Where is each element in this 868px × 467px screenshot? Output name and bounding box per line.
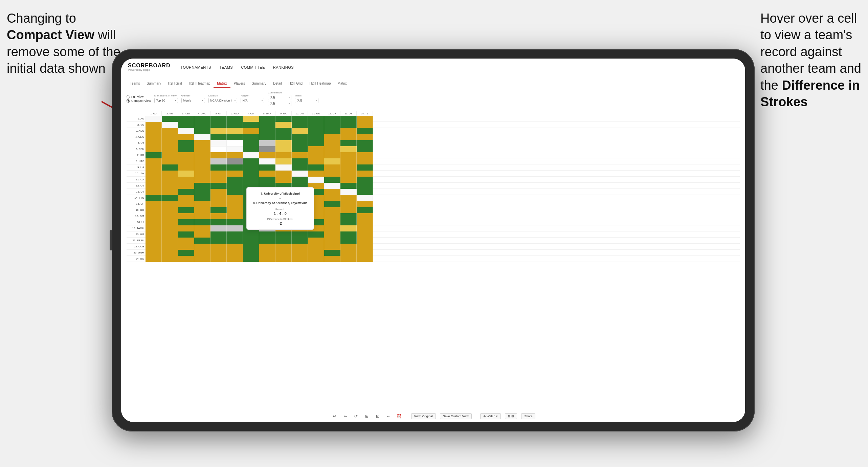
matrix-cell[interactable] [292,146,308,152]
matrix-cell[interactable] [340,207,357,213]
matrix-cell[interactable] [194,219,210,225]
matrix-cell[interactable] [292,231,308,238]
grid-icon-1[interactable]: ⊞ [363,413,370,420]
tab-teams[interactable]: Teams [127,79,143,88]
matrix-cell[interactable] [357,201,373,207]
matrix-cell[interactable] [357,116,373,122]
matrix-cell[interactable] [162,189,178,195]
matrix-cell[interactable] [292,134,308,140]
matrix-cell[interactable] [210,134,227,140]
matrix-cell[interactable] [162,146,178,152]
share-btn[interactable]: Share [521,413,535,419]
matrix-cell[interactable] [308,158,324,164]
matrix-cell[interactable] [340,238,357,244]
matrix-cell[interactable] [162,116,178,122]
matrix-cell[interactable] [324,256,340,262]
matrix-cell[interactable] [292,164,308,171]
matrix-cell[interactable] [162,134,178,140]
matrix-cell[interactable] [357,244,373,250]
matrix-cell[interactable] [162,158,178,164]
matrix-cell[interactable] [259,238,275,244]
matrix-cell[interactable] [292,244,308,250]
nav-committee[interactable]: COMMITTEE [241,64,265,71]
matrix-cell[interactable] [243,128,259,134]
matrix-cell[interactable] [275,158,292,164]
matrix-cell[interactable] [162,171,178,177]
matrix-cell[interactable] [178,244,194,250]
matrix-cell[interactable] [227,183,243,189]
matrix-cell[interactable] [210,116,227,122]
matrix-cell[interactable] [324,158,340,164]
matrix-cell[interactable] [194,250,210,256]
matrix-cell[interactable] [146,225,162,231]
matrix-cell[interactable] [243,177,259,183]
matrix-cell[interactable] [275,238,292,244]
matrix-cell[interactable] [259,171,275,177]
matrix-cell[interactable] [210,171,227,177]
matrix-cell[interactable] [162,213,178,219]
matrix-cell[interactable] [340,177,357,183]
matrix-cell[interactable] [227,189,243,195]
matrix-cell[interactable] [357,231,373,238]
matrix-cell[interactable] [259,231,275,238]
matrix-cell[interactable] [178,201,194,207]
matrix-cell[interactable] [292,140,308,146]
matrix-cell[interactable] [357,250,373,256]
matrix-cell[interactable] [210,201,227,207]
matrix-cell[interactable] [227,225,243,231]
matrix-cell[interactable] [308,256,324,262]
matrix-cell[interactable] [324,189,340,195]
matrix-cell[interactable] [227,213,243,219]
matrix-cell[interactable] [275,177,292,183]
matrix-cell[interactable] [227,177,243,183]
matrix-cell[interactable] [146,158,162,164]
matrix-cell[interactable] [146,238,162,244]
matrix-cell[interactable] [194,244,210,250]
matrix-cell[interactable] [259,158,275,164]
matrix-cell[interactable] [178,219,194,225]
matrix-cell[interactable] [243,116,259,122]
matrix-cell[interactable] [146,231,162,238]
matrix-cell[interactable] [146,128,162,134]
matrix-cell[interactable] [243,238,259,244]
matrix-cell[interactable] [324,225,340,231]
matrix-cell[interactable] [210,177,227,183]
matrix-cell[interactable] [210,244,227,250]
matrix-cell[interactable] [324,250,340,256]
layout-btn[interactable]: ⊞ ⊟ [505,413,517,419]
matrix-cell[interactable] [259,177,275,183]
matrix-cell[interactable] [340,140,357,146]
matrix-cell[interactable] [340,201,357,207]
matrix-cell[interactable] [194,146,210,152]
matrix-cell[interactable] [194,122,210,128]
matrix-cell[interactable] [146,250,162,256]
matrix-cell[interactable] [340,213,357,219]
matrix-cell[interactable] [259,256,275,262]
matrix-cell[interactable] [340,128,357,134]
matrix-cell[interactable] [178,128,194,134]
matrix-cell[interactable] [275,244,292,250]
conference-select-1[interactable]: (All) [268,95,291,100]
matrix-cell[interactable] [357,177,373,183]
tab-h2h-heatmap-2[interactable]: H2H Heatmap [306,79,334,88]
matrix-cell[interactable] [227,207,243,213]
matrix-cell[interactable] [227,134,243,140]
matrix-cell[interactable] [324,219,340,225]
tab-matrix-2[interactable]: Matrix [334,79,350,88]
matrix-cell[interactable] [259,164,275,171]
matrix-cell[interactable] [243,140,259,146]
matrix-cell[interactable] [308,171,324,177]
matrix-cell[interactable] [227,116,243,122]
matrix-cell[interactable] [357,171,373,177]
matrix-cell[interactable] [292,122,308,128]
matrix-cell[interactable] [194,213,210,219]
matrix-cell[interactable] [357,140,373,146]
matrix-cell[interactable] [259,146,275,152]
matrix-cell[interactable] [210,146,227,152]
matrix-cell[interactable] [146,256,162,262]
matrix-cell[interactable] [340,158,357,164]
matrix-cell[interactable] [210,231,227,238]
matrix-cell[interactable] [308,146,324,152]
matrix-cell[interactable] [259,250,275,256]
matrix-cell[interactable] [324,128,340,134]
